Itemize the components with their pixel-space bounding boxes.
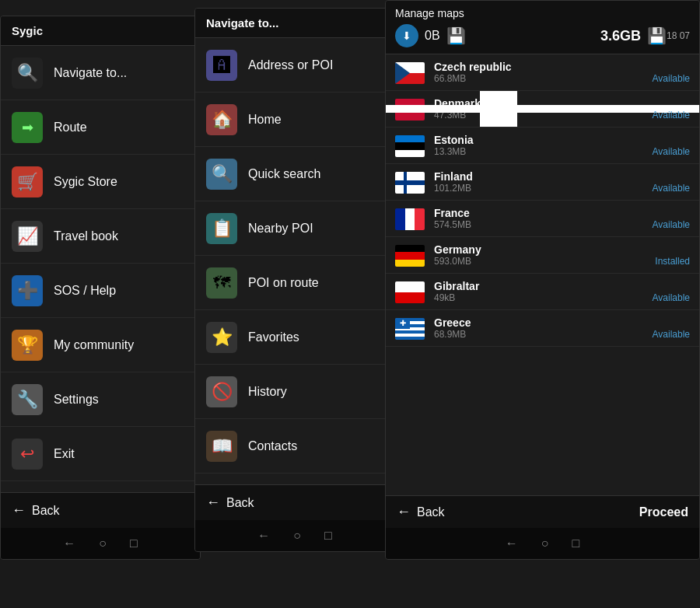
exit-icon: ↩ — [12, 439, 43, 470]
menu-label-settings: Settings — [54, 393, 99, 407]
route-icon: ➡ — [12, 112, 43, 143]
flag-france — [395, 208, 425, 230]
maps-proceed-button[interactable]: Proceed — [639, 505, 688, 519]
menu-label-route: Route — [54, 121, 87, 135]
menu-item-travel[interactable]: 📈 Travel book — [1, 209, 200, 264]
panel1-title: Sygic — [12, 24, 43, 37]
map-size-germany: 593.0MB — [434, 256, 690, 267]
panel1-header: Sygic — [1, 16, 200, 46]
menu-item-home[interactable]: 🏠 Home — [195, 93, 394, 147]
maps-country-list: Czech republic 66.8MB Available Denmark … — [386, 54, 699, 495]
menu-item-favorites[interactable]: ⭐ Favorites — [195, 310, 394, 365]
menu-item-route[interactable]: ➡ Route — [1, 100, 200, 155]
map-status-france: Available — [653, 219, 690, 230]
map-item-estonia[interactable]: Estonia 13.3MB Available — [386, 128, 699, 164]
menu-label-home: Home — [248, 113, 282, 127]
panel1-back-arrow-icon: ← — [12, 502, 26, 519]
community-icon: 🏆 — [12, 330, 43, 361]
maps-total-storage-icon: 💾 — [647, 26, 667, 45]
flag-greece: ✚ — [395, 318, 425, 340]
android-back-icon[interactable]: ← — [63, 536, 75, 550]
address-icon: 🅰 — [206, 50, 237, 81]
menu-item-community[interactable]: 🏆 My community — [1, 318, 200, 372]
poi-on-route-icon: 🗺 — [206, 267, 237, 299]
panel2-back-label[interactable]: Back — [226, 496, 254, 510]
menu-item-settings[interactable]: 🔧 Settings — [1, 372, 200, 427]
map-item-denmark[interactable]: Denmark 47.3MB Available — [386, 91, 699, 128]
map-item-germany[interactable]: Germany 593.0MB Installed — [386, 237, 699, 274]
map-status-finland: Available — [653, 183, 690, 194]
menu-item-contacts[interactable]: 📖 Contacts — [195, 419, 394, 473]
panel-manage-maps: Manage maps ⬇ 0B 💾 3.6GB 💾 18 07 Czech r… — [385, 0, 700, 560]
panel-sygic-main: Sygic 🔍 Navigate to... ➡ Route 🛒 Sygic S… — [0, 16, 201, 560]
map-item-finland[interactable]: Finland 101.2MB Available — [386, 164, 699, 201]
map-item-greece[interactable]: ✚ Greece 68.9MB Available — [386, 310, 699, 347]
menu-item-history[interactable]: 🚫 History — [195, 365, 394, 419]
android-recent-icon[interactable]: □ — [130, 536, 138, 550]
android-home-icon-3[interactable]: ○ — [541, 536, 549, 550]
menu-label-poi-on-route: POI on route — [248, 276, 319, 290]
contacts-icon: 📖 — [206, 431, 237, 462]
maps-total-size: 3.6GB — [600, 28, 641, 44]
flag-estonia — [395, 135, 425, 157]
android-back-icon-2[interactable]: ← — [257, 529, 270, 543]
favorites-icon: ⭐ — [206, 322, 237, 353]
flag-germany — [395, 245, 425, 267]
panel2-header: Navigate to... — [195, 9, 394, 38]
android-back-icon-3[interactable]: ← — [506, 536, 518, 550]
menu-item-nearby-poi[interactable]: 📋 Nearby POI — [195, 201, 394, 256]
menu-item-sos[interactable]: ➕ SOS / Help — [1, 264, 200, 318]
panel-navigate-to: Navigate to... 🅰 Address or POI 🏠 Home 🔍… — [194, 8, 395, 552]
maps-back-arrow-icon: ← — [397, 504, 411, 520]
menu-label-travel: Travel book — [54, 229, 118, 243]
panel1-back-label[interactable]: Back — [32, 504, 60, 518]
map-name-germany: Germany — [434, 243, 690, 256]
panel1-menu-list: 🔍 Navigate to... ➡ Route 🛒 Sygic Store 📈… — [1, 46, 200, 492]
maps-back-section[interactable]: ← Back — [397, 504, 445, 520]
flag-denmark — [395, 99, 425, 121]
maps-storage-icon: 💾 — [446, 26, 466, 45]
menu-item-exit[interactable]: ↩ Exit — [1, 427, 200, 481]
menu-label-history: History — [248, 385, 287, 399]
map-item-czech[interactable]: Czech republic 66.8MB Available — [386, 54, 699, 91]
menu-item-store[interactable]: 🛒 Sygic Store — [1, 155, 200, 209]
maps-download-button[interactable]: ⬇ — [395, 24, 418, 47]
navigate-icon: 🔍 — [12, 58, 43, 89]
menu-label-exit: Exit — [54, 447, 75, 461]
android-home-icon[interactable]: ○ — [99, 536, 107, 550]
map-item-france[interactable]: France 574.5MB Available — [386, 201, 699, 237]
map-status-greece: Available — [653, 329, 690, 340]
map-item-gibraltar[interactable]: Gibraltar 49kB Available — [386, 274, 699, 310]
panel2-title: Navigate to... — [206, 16, 278, 30]
android-recent-icon-3[interactable]: □ — [572, 536, 580, 550]
maps-title: Manage maps — [395, 7, 690, 19]
map-name-czech: Czech republic — [434, 61, 690, 73]
map-name-greece: Greece — [434, 316, 690, 329]
menu-label-quick-search: Quick search — [248, 167, 320, 181]
panel2-back-arrow-icon: ← — [206, 494, 220, 511]
flag-gibraltar — [395, 281, 425, 303]
menu-item-address[interactable]: 🅰 Address or POI — [195, 38, 394, 93]
history-icon: 🚫 — [206, 376, 237, 407]
map-info-germany: Germany 593.0MB — [434, 243, 690, 267]
map-status-gibraltar: Available — [653, 292, 690, 303]
home-icon: 🏠 — [206, 104, 237, 135]
map-name-france: France — [434, 207, 690, 219]
maps-storage-label: 0B — [425, 29, 440, 43]
android-home-icon-2[interactable]: ○ — [293, 529, 301, 543]
maps-bottom-bar: ← Back Proceed — [386, 495, 699, 528]
settings-icon: 🔧 — [12, 384, 43, 415]
menu-label-navigate: Navigate to... — [54, 66, 127, 80]
panel2-menu-list: 🅰 Address or POI 🏠 Home 🔍 Quick search 📋… — [195, 38, 394, 484]
menu-item-quick-search[interactable]: 🔍 Quick search — [195, 147, 394, 201]
map-name-estonia: Estonia — [434, 134, 690, 146]
android-recent-icon-2[interactable]: □ — [324, 529, 332, 543]
map-status-czech: Available — [653, 73, 690, 84]
maps-back-label[interactable]: Back — [417, 505, 445, 519]
flag-czech — [395, 62, 425, 84]
nearby-poi-icon: 📋 — [206, 213, 237, 244]
map-status-germany: Installed — [655, 256, 690, 267]
panel1-bottom-bar: ← Back — [1, 492, 200, 528]
menu-item-navigate[interactable]: 🔍 Navigate to... — [1, 46, 200, 100]
menu-item-poi-on-route[interactable]: 🗺 POI on route — [195, 256, 394, 310]
